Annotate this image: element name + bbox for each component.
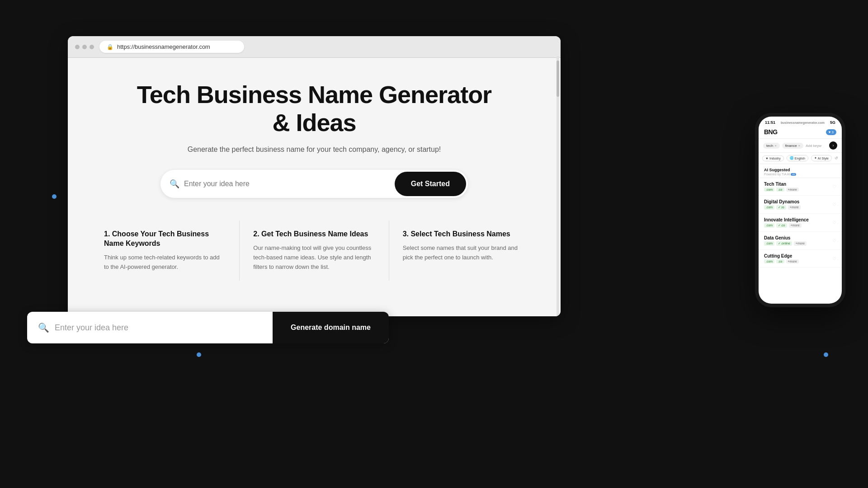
- filter-industry[interactable]: ▼ Industry: [762, 155, 784, 161]
- steps-row: 1. Choose Your Tech Business Name Keywor…: [104, 221, 524, 281]
- filter-industry-label: Industry: [769, 157, 781, 160]
- step-2-desc: Our name-making tool will give you count…: [253, 244, 375, 272]
- phone-screen: 11:51 businessnamegenerator.com 5G BNG ♥…: [759, 117, 842, 304]
- bottom-input-placeholder: Enter your idea here: [55, 323, 128, 333]
- phone-status-bar: 11:51 businessnamegenerator.com 5G: [759, 117, 842, 127]
- filter-ai-style[interactable]: ✦ AI Style: [811, 155, 832, 161]
- url-text: https://businessnamegenerator.com: [117, 43, 210, 50]
- phone-name-item-1[interactable]: Digital Dynamos.com✓.io+more♡: [759, 196, 842, 214]
- heart-icon-3[interactable]: ♡: [832, 238, 836, 243]
- phone-signal: 5G: [830, 120, 835, 125]
- heart-icon-2[interactable]: ♡: [832, 220, 836, 225]
- bottom-search-icon: 🔍: [38, 322, 49, 333]
- domain-tag-1-1: ✓.io: [776, 205, 786, 210]
- domain-tag-2-1: ✓.co: [776, 223, 787, 228]
- dot-1: [75, 45, 80, 49]
- phone-names-list: Tech Titan.com.co+more♡Digital Dynamos.c…: [759, 178, 842, 267]
- domain-tag-3-0: .com: [764, 241, 774, 246]
- keyword-finance-remove[interactable]: ×: [798, 144, 801, 148]
- heart-icon-0[interactable]: ♡: [832, 184, 836, 189]
- lock-icon: 🔒: [107, 44, 113, 50]
- phone-name-text-1: Digital Dynamos: [764, 199, 801, 204]
- filter-english-icon: 🌐: [790, 156, 794, 160]
- step-3-title: 3. Select Tech Business Names: [403, 230, 524, 239]
- browser-dots: [75, 45, 94, 49]
- step-1-title: 1. Choose Your Tech Business Name Keywor…: [104, 230, 226, 249]
- address-bar[interactable]: 🔒 https://businessnamegenerator.com: [99, 41, 244, 53]
- bottom-search-bar: 🔍 Enter your idea here Generate domain n…: [27, 312, 389, 343]
- phone-name-item-2[interactable]: Innovate Intelligence.com✓.co+more♡: [759, 214, 842, 232]
- powered-by-text: Powered by TIA AI AI: [764, 173, 836, 176]
- scroll-thumb: [557, 61, 559, 97]
- tia-badge: AI: [791, 173, 796, 176]
- search-input[interactable]: [184, 180, 384, 188]
- phone-name-text-2: Innovate Intelligence: [764, 217, 809, 222]
- domain-tag-1-0: .com: [764, 205, 774, 210]
- domain-tag-0-2: +more: [786, 188, 799, 192]
- phone-url-small: businessnamegenerator.com: [781, 121, 825, 124]
- heart-icon-4[interactable]: ♡: [832, 256, 836, 261]
- add-keyword-text[interactable]: Add keyw: [806, 144, 821, 148]
- domain-tag-4-0: .com: [764, 259, 774, 263]
- filter-industry-icon: ▼: [765, 157, 769, 160]
- generate-button[interactable]: Generate domain name: [273, 312, 389, 343]
- get-started-button[interactable]: Get Started: [395, 172, 466, 196]
- selection-handle-bottom-right[interactable]: [824, 352, 828, 357]
- ai-suggested-section: AI Suggested Powered by TIA AI AI: [759, 164, 842, 178]
- search-input-area: 🔍: [160, 170, 393, 198]
- step-1-desc: Think up some tech-related keywords to a…: [104, 253, 226, 272]
- keyword-tech-text: tech: [766, 144, 773, 148]
- ai-suggested-title: AI Suggested: [764, 168, 836, 172]
- filter-english[interactable]: 🌐 English: [787, 155, 808, 161]
- domain-tag-1-2: +more: [788, 205, 801, 210]
- selection-handle-bottom-left[interactable]: [197, 352, 201, 357]
- phone-logo: BNG: [764, 128, 778, 136]
- domain-tag-0-1: .co: [776, 188, 784, 192]
- heart-icon-1[interactable]: ♡: [832, 202, 836, 207]
- phone-name-text-4: Cutting Edge: [764, 253, 799, 258]
- step-3: 3. Select Tech Business Names Select som…: [389, 221, 524, 281]
- phone-mockup: 11:51 businessnamegenerator.com 5G BNG ♥…: [755, 113, 845, 307]
- step-3-desc: Select some names that suit your brand a…: [403, 244, 524, 263]
- domain-tag-3-1: ✓.online: [776, 241, 792, 246]
- keyword-finance[interactable]: finance ×: [782, 143, 803, 149]
- filter-ai-icon: ✦: [814, 156, 817, 160]
- scroll-indicator[interactable]: [557, 56, 559, 316]
- phone-heart-badge[interactable]: ♥ 3: [826, 129, 836, 135]
- subtitle-text: Generate the perfect business name for y…: [104, 145, 524, 154]
- domain-tag-2-0: .com: [764, 223, 774, 228]
- dot-3: [90, 45, 94, 49]
- page-title: Tech Business Name Generator & Ideas: [104, 80, 524, 136]
- browser-frame: 🔒 https://businessnamegenerator.com Tech…: [68, 36, 561, 316]
- heart-icon-phone: ♥: [829, 130, 831, 134]
- phone-name-item-0[interactable]: Tech Titan.com.co+more♡: [759, 178, 842, 196]
- keyword-tech-remove[interactable]: ×: [774, 144, 777, 148]
- domain-tag-3-2: +more: [794, 241, 807, 246]
- submit-arrow-button[interactable]: ›: [829, 141, 837, 150]
- phone-keyword-row: tech × finance × Add keyw ›: [759, 139, 842, 153]
- dot-2: [82, 45, 87, 49]
- keyword-tech[interactable]: tech ×: [763, 143, 780, 149]
- phone-name-text-3: Data Genius: [764, 235, 807, 240]
- phone-header: BNG ♥ 3: [759, 127, 842, 139]
- phone-filter-row: ▼ Industry 🌐 English ✦ AI Style ↺: [759, 153, 842, 164]
- filter-english-label: English: [795, 157, 805, 160]
- bottom-search-input-area: 🔍 Enter your idea here: [27, 322, 273, 333]
- search-icon: 🔍: [170, 179, 179, 189]
- refresh-icon[interactable]: ↺: [835, 156, 838, 160]
- main-search-bar: 🔍 Get Started: [160, 170, 468, 198]
- step-2: 2. Get Tech Business Name Ideas Our name…: [240, 221, 389, 281]
- selection-handle-left[interactable]: [52, 194, 57, 199]
- phone-name-item-3[interactable]: Data Genius.com✓.online+more♡: [759, 232, 842, 250]
- domain-tag-2-2: +more: [789, 223, 802, 228]
- step-2-title: 2. Get Tech Business Name Ideas: [253, 230, 375, 239]
- domain-tag-0-0: .com: [764, 188, 774, 192]
- domain-tag-4-1: .co: [776, 259, 784, 263]
- step-1: 1. Choose Your Tech Business Name Keywor…: [104, 221, 240, 281]
- heart-count: 3: [832, 130, 834, 134]
- filter-ai-label: AI Style: [818, 157, 829, 160]
- phone-name-item-4[interactable]: Cutting Edge.com.co+more♡: [759, 250, 842, 267]
- phone-time: 11:51: [765, 120, 775, 125]
- browser-content: Tech Business Name Generator & Ideas Gen…: [68, 58, 561, 316]
- phone-name-text-0: Tech Titan: [764, 182, 799, 187]
